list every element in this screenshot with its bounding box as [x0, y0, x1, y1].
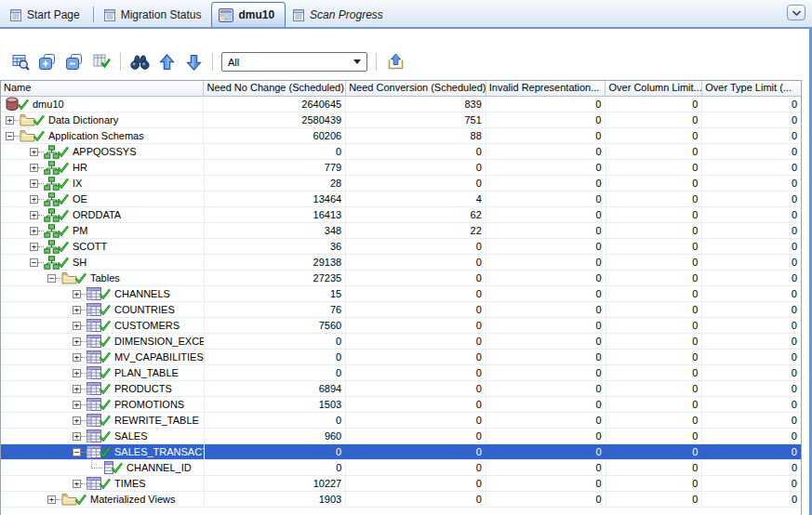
- table-row-appqossys[interactable]: + APPQOSSYS 00000: [1, 144, 801, 160]
- value-cell[interactable]: 1503: [205, 397, 347, 412]
- tree-name-cell[interactable]: + COUNTRIES: [1, 302, 205, 317]
- tree-expander-toggle[interactable]: +: [30, 243, 38, 251]
- table-row-times[interactable]: + TIMES 102270000: [1, 476, 801, 492]
- value-cell[interactable]: 0: [346, 429, 486, 443]
- value-cell[interactable]: 0: [606, 176, 703, 191]
- tree-name-cell[interactable]: + PM: [1, 223, 205, 238]
- value-cell[interactable]: 13464: [205, 191, 347, 206]
- value-cell[interactable]: 0: [205, 460, 347, 475]
- value-cell[interactable]: 348: [205, 223, 347, 238]
- value-cell[interactable]: 27235: [205, 271, 347, 285]
- expand-all-button[interactable]: [37, 52, 58, 72]
- tree-expander-toggle[interactable]: +: [73, 416, 81, 425]
- value-cell[interactable]: 0: [702, 112, 801, 127]
- value-cell[interactable]: 0: [606, 97, 702, 112]
- tab-migration-status[interactable]: Migration Status: [97, 5, 212, 27]
- value-cell[interactable]: 0: [346, 302, 486, 317]
- value-cell[interactable]: 0: [606, 365, 703, 380]
- tree-expander-toggle[interactable]: −: [47, 274, 56, 283]
- tree-name-cell[interactable]: − SH: [1, 255, 205, 270]
- value-cell[interactable]: 0: [702, 476, 801, 491]
- value-cell[interactable]: 960: [205, 429, 347, 443]
- value-cell[interactable]: 0: [702, 350, 801, 364]
- tree-expander-toggle[interactable]: +: [73, 369, 81, 377]
- value-cell[interactable]: 0: [702, 429, 801, 443]
- value-cell[interactable]: 0: [346, 271, 486, 285]
- value-cell[interactable]: 0: [346, 350, 486, 364]
- value-cell[interactable]: 0: [486, 476, 606, 491]
- value-cell[interactable]: 0: [606, 207, 703, 222]
- value-cell[interactable]: 0: [486, 350, 606, 364]
- value-cell[interactable]: 839: [346, 97, 486, 112]
- value-cell[interactable]: 0: [346, 318, 486, 333]
- value-cell[interactable]: 0: [606, 286, 703, 301]
- value-cell[interactable]: 0: [346, 460, 486, 475]
- value-cell[interactable]: 0: [606, 144, 703, 159]
- tree-name-cell[interactable]: + PLAN_TABLE: [1, 365, 205, 380]
- value-cell[interactable]: 0: [702, 492, 801, 507]
- tab-start-page[interactable]: Start Page: [3, 5, 90, 27]
- tree-name-cell[interactable]: + REWRITE_TABLE: [1, 413, 205, 428]
- tree-name-cell[interactable]: − Tables: [1, 271, 205, 285]
- tree-expander-toggle[interactable]: +: [73, 306, 81, 314]
- tree-expander-toggle[interactable]: +: [30, 211, 38, 219]
- value-cell[interactable]: 0: [606, 255, 703, 270]
- value-cell[interactable]: 0: [486, 460, 606, 475]
- tree-expander-toggle[interactable]: +: [6, 116, 14, 125]
- table-row-dmu10[interactable]: dmu10 2640645839000: [1, 97, 801, 112]
- table-row-materialized-views[interactable]: + Materialized Views 19030000: [1, 492, 801, 508]
- value-cell[interactable]: 0: [702, 271, 801, 285]
- table-row-sales[interactable]: + SALES 9600000: [1, 429, 801, 444]
- value-cell[interactable]: 0: [346, 476, 486, 491]
- value-cell[interactable]: 0: [486, 492, 606, 507]
- tree-name-cell[interactable]: CHANNEL_ID: [1, 460, 205, 475]
- tree-expander-toggle[interactable]: +: [73, 385, 81, 393]
- value-cell[interactable]: 0: [346, 444, 486, 459]
- tree-expander-toggle[interactable]: +: [73, 337, 81, 346]
- table-row-rewrite-table[interactable]: + REWRITE_TABLE 00000: [1, 413, 801, 429]
- value-cell[interactable]: 0: [486, 444, 606, 459]
- value-cell[interactable]: 0: [486, 429, 606, 443]
- tree-name-cell[interactable]: + Data Dictionary: [1, 112, 204, 127]
- value-cell[interactable]: 88: [346, 128, 486, 143]
- value-cell[interactable]: 0: [606, 429, 703, 443]
- value-cell[interactable]: 0: [346, 413, 486, 428]
- value-cell[interactable]: 2640645: [204, 97, 346, 112]
- tree-expander-toggle[interactable]: +: [30, 164, 38, 172]
- value-cell[interactable]: 0: [606, 492, 703, 507]
- tree-name-cell[interactable]: + DIMENSION_EXCEPTIONS: [1, 334, 205, 349]
- filter-combobox[interactable]: All: [221, 52, 367, 72]
- value-cell[interactable]: 0: [486, 223, 606, 238]
- tree-expander-toggle[interactable]: −: [6, 132, 14, 140]
- table-row-channels[interactable]: + CHANNELS 150000: [1, 286, 801, 302]
- value-cell[interactable]: 7560: [205, 318, 347, 333]
- value-cell[interactable]: 0: [702, 128, 801, 143]
- value-cell[interactable]: 0: [606, 381, 703, 396]
- value-cell[interactable]: 0: [486, 413, 606, 428]
- value-cell[interactable]: 15: [205, 286, 347, 301]
- value-cell[interactable]: 0: [606, 271, 703, 285]
- tree-name-cell[interactable]: + MV_CAPABILITIES_TABLE: [1, 350, 205, 364]
- value-cell[interactable]: 0: [702, 381, 801, 396]
- value-cell[interactable]: 36: [205, 239, 347, 254]
- value-cell[interactable]: 0: [702, 255, 801, 270]
- value-cell[interactable]: 0: [205, 144, 347, 159]
- combobox-dropdown-arrow-icon[interactable]: [353, 59, 361, 64]
- value-cell[interactable]: 0: [486, 176, 606, 191]
- schedule-column-button[interactable]: [91, 52, 112, 72]
- tree-name-cell[interactable]: + APPQOSSYS: [1, 144, 205, 159]
- table-row-ix[interactable]: + IX 280000: [1, 176, 801, 191]
- value-cell[interactable]: 0: [702, 413, 801, 428]
- value-cell[interactable]: 0: [205, 334, 347, 349]
- tree-name-cell[interactable]: + IX: [1, 176, 205, 191]
- table-row-orddata[interactable]: + ORDDATA 1641362000: [1, 207, 801, 223]
- tree-expander-toggle[interactable]: +: [73, 480, 81, 488]
- table-row-plan-table[interactable]: + PLAN_TABLE 00000: [1, 365, 801, 381]
- tree-name-cell[interactable]: + SCOTT: [1, 239, 205, 254]
- column-header-need-no-change-scheduled[interactable]: Need No Change (Scheduled): [204, 81, 346, 96]
- table-row-dimension-exceptions[interactable]: + DIMENSION_EXCEPTIONS 00000: [1, 334, 801, 350]
- value-cell[interactable]: 62: [346, 207, 486, 222]
- value-cell[interactable]: 0: [486, 302, 606, 317]
- tree-name-cell[interactable]: + TIMES: [1, 476, 205, 491]
- tree-name-cell[interactable]: + PRODUCTS: [1, 381, 205, 396]
